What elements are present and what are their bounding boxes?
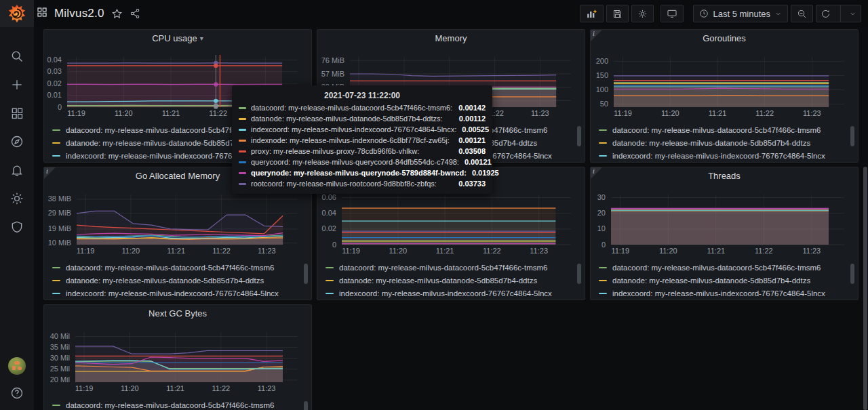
tooltip-series-label: proxy: my-release-milvus-proxy-78cdb96f6…	[251, 147, 453, 155]
svg-text:100: 100	[596, 85, 608, 94]
user-avatar[interactable]	[8, 357, 26, 375]
tooltip-series-dash	[239, 183, 246, 185]
tooltip-series-label: datacoord: my-release-milvus-datacoord-5…	[251, 104, 453, 112]
legend-scrollbar[interactable]	[304, 264, 308, 284]
help-icon[interactable]	[9, 386, 24, 401]
svg-text:11:20: 11:20	[115, 109, 133, 117]
legend-series-dash	[52, 280, 60, 281]
svg-text:20: 20	[597, 209, 606, 217]
legend-item-datacoord[interactable]: datacoord: my-release-milvus-datacoord-5…	[599, 261, 848, 274]
explore-compass-icon[interactable]	[9, 134, 24, 149]
svg-text:0.01: 0.01	[47, 91, 62, 99]
refresh-button-group[interactable]	[816, 5, 861, 22]
panel-title[interactable]: Goroutines	[591, 33, 858, 43]
dashboards-icon[interactable]	[9, 106, 24, 121]
page-scrollbar[interactable]	[863, 167, 867, 410]
dashboard-settings-button[interactable]	[631, 5, 654, 22]
svg-text:38 MiB: 38 MiB	[48, 194, 71, 203]
svg-text:11:21: 11:21	[436, 247, 454, 255]
share-icon[interactable]	[130, 8, 140, 19]
panel-info-corner-icon[interactable]: i	[44, 167, 56, 179]
panel-title-text: Next GC Bytes	[149, 308, 207, 319]
legend-series-label: indexcoord: my-release-milvus-indexcoord…	[66, 289, 279, 298]
panel-title[interactable]: Threads	[591, 171, 858, 181]
legend-series-label: datacoord: my-release-milvus-datacoord-5…	[339, 264, 547, 272]
legend-item-datacoord[interactable]: datacoord: my-release-milvus-datacoord-5…	[599, 123, 848, 136]
server-admin-shield-icon[interactable]	[9, 220, 24, 234]
svg-text:11:20: 11:20	[121, 384, 139, 392]
legend-series-dash	[326, 280, 334, 281]
panel-info-corner-icon[interactable]: i	[591, 30, 602, 41]
time-range-picker[interactable]: Last 5 minutes	[693, 5, 788, 22]
tooltip-row-rootcoord: rootcoord: my-release-milvus-rootcoord-9…	[239, 178, 486, 189]
add-panel-button[interactable]	[580, 5, 604, 22]
panel-title[interactable]: Memory	[317, 33, 585, 43]
legend-item-datanode[interactable]: datanode: my-release-milvus-datanode-5db…	[599, 274, 848, 287]
star-icon[interactable]	[111, 8, 123, 20]
legend-scrollbar[interactable]	[850, 126, 854, 146]
tooltip-series-dash	[239, 150, 246, 152]
panel-info-corner-icon[interactable]: i	[591, 167, 602, 179]
grafana-logo[interactable]	[0, 0, 34, 27]
chart-plot[interactable]: 20 Mil25 Mil30 Mil35 Mil40 Mil11:1911:20…	[44, 305, 313, 410]
legend-item-indexcoord[interactable]: indexcoord: my-release-milvus-indexcoord…	[599, 149, 848, 161]
legend-series-dash	[326, 293, 334, 294]
search-icon[interactable]	[9, 49, 24, 64]
tooltip-series-value: 0.00121	[458, 136, 486, 144]
apps-grid-icon[interactable]	[37, 7, 47, 20]
dashboard-title[interactable]: Milvus2.0	[54, 7, 104, 20]
save-dashboard-button[interactable]	[606, 5, 629, 22]
tooltip-row-querynode: querynode: my-release-milvus-querynode-5…	[239, 167, 486, 178]
tooltip-series-dash	[239, 129, 246, 131]
cycle-view-mode-button[interactable]	[660, 5, 684, 22]
alerting-bell-icon[interactable]	[9, 163, 24, 178]
legend-series-label: datanode: my-release-milvus-datanode-5db…	[612, 139, 810, 147]
legend-item-indexcoord[interactable]: indexcoord: my-release-milvus-indexcoord…	[52, 287, 302, 298]
legend-item-datanode[interactable]: datanode: my-release-milvus-datanode-5db…	[599, 136, 848, 149]
legend-item-datacoord[interactable]: datacoord: my-release-milvus-datacoord-5…	[52, 398, 302, 410]
tooltip-series-dash	[239, 118, 246, 120]
chevron-down-icon	[774, 10, 782, 18]
svg-text:35 Mil: 35 Mil	[50, 343, 70, 351]
panel-title-chevron-icon: ▾	[200, 35, 203, 42]
svg-text:0: 0	[601, 241, 606, 249]
time-range-label: Last 5 minutes	[713, 9, 770, 19]
legend-item-datacoord[interactable]: datacoord: my-release-milvus-datacoord-5…	[326, 261, 575, 274]
legend-item-indexcoord[interactable]: indexcoord: my-release-milvus-indexcoord…	[599, 287, 848, 298]
tooltip-series-value: 0.00112	[459, 115, 486, 123]
legend-scrollbar[interactable]	[577, 264, 581, 284]
configuration-gear-icon[interactable]	[9, 191, 24, 206]
legend-item-indexcoord[interactable]: indexcoord: my-release-milvus-indexcoord…	[326, 287, 575, 298]
svg-text:0.02: 0.02	[47, 79, 62, 87]
zoom-out-time-button[interactable]	[791, 5, 813, 22]
legend-series-dash	[52, 155, 60, 157]
legend-item-datanode[interactable]: datanode: my-release-milvus-datanode-5db…	[326, 274, 575, 287]
create-plus-icon[interactable]	[9, 77, 24, 92]
legend-series-dash	[599, 129, 607, 131]
legend-scrollbar[interactable]	[304, 401, 308, 410]
legend-series-label: datanode: my-release-milvus-datanode-5db…	[339, 276, 537, 285]
legend-scrollbar[interactable]	[577, 126, 581, 146]
svg-text:0.04: 0.04	[47, 56, 62, 64]
info-i-glyph: i	[593, 167, 595, 175]
tooltip-series-value: 0.00142	[458, 104, 486, 112]
tooltip-series-label: indexnode: my-release-milvus-indexnode-6…	[251, 136, 453, 144]
refresh-icon	[821, 9, 831, 19]
panel-title[interactable]: Next GC Bytes	[44, 308, 311, 319]
svg-text:25 Mil: 25 Mil	[50, 365, 70, 373]
svg-text:11:23: 11:23	[803, 109, 821, 117]
svg-text:11:21: 11:21	[166, 384, 184, 392]
legend-series-label: indexcoord: my-release-milvus-indexcoord…	[339, 289, 552, 298]
legend-series-label: indexcoord: my-release-milvus-indexcoord…	[612, 289, 825, 298]
svg-text:30: 30	[597, 193, 606, 201]
legend-item-datacoord[interactable]: datacoord: my-release-milvus-datacoord-5…	[52, 261, 302, 274]
svg-text:50: 50	[600, 100, 608, 108]
svg-text:29 MiB: 29 MiB	[48, 209, 71, 217]
legend-series-dash	[52, 405, 60, 406]
legend-item-datanode[interactable]: datanode: my-release-milvus-datanode-5db…	[52, 274, 302, 287]
svg-text:11:21: 11:21	[167, 247, 185, 255]
legend-scrollbar[interactable]	[850, 264, 854, 284]
legend-series-label: datanode: my-release-milvus-datanode-5db…	[612, 276, 810, 285]
panel-title[interactable]: CPU usage▾	[44, 33, 311, 43]
panel-title-text: Memory	[435, 33, 467, 43]
